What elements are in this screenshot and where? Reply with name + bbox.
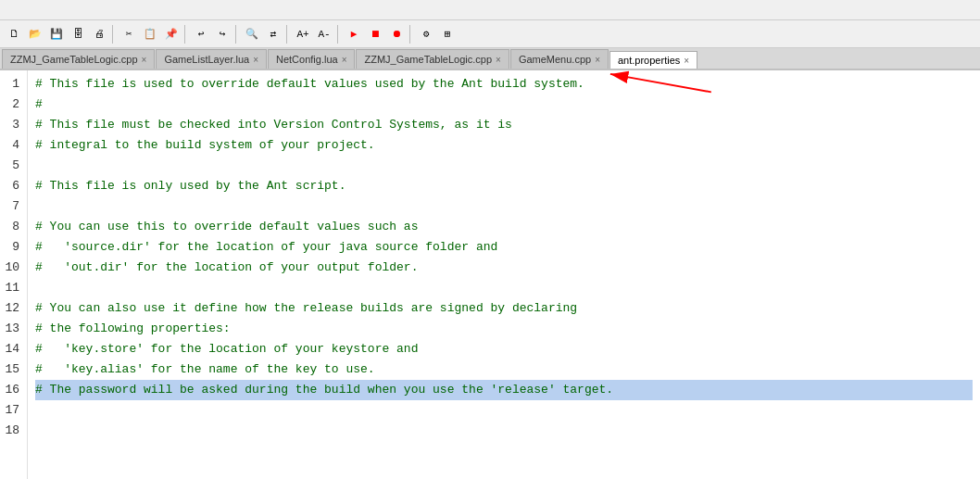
tab-zzmj-gametablelogic-cpp[interactable]: ZZMJ_GameTableLogic.cpp×	[356, 49, 509, 69]
code-line-5	[35, 156, 973, 176]
line-numbers: 123456789101112131415161718	[0, 70, 28, 479]
line-number-18: 18	[4, 421, 19, 441]
toolbar-replace-btn[interactable]: ⇄	[263, 24, 283, 44]
menu-language[interactable]	[59, 8, 70, 12]
menu-help[interactable]	[126, 8, 137, 12]
line-number-6: 6	[4, 176, 19, 196]
menu-edit[interactable]	[15, 8, 26, 12]
code-line-15: # 'key.alias' for the name of the key to…	[35, 359, 973, 380]
menu-view[interactable]	[37, 8, 48, 12]
menu-macro[interactable]	[82, 8, 93, 12]
toolbar-sep-6	[409, 25, 413, 44]
code-line-9: # 'source.dir' for the location of your …	[35, 237, 973, 258]
code-line-16: # The password will be asked during the …	[35, 380, 973, 400]
line-number-16: 16	[4, 380, 19, 400]
line-number-5: 5	[4, 156, 19, 176]
toolbar-sep-5	[337, 25, 341, 44]
toolbar-cut-btn[interactable]: ✂	[119, 24, 139, 44]
line-number-14: 14	[4, 339, 19, 359]
code-line-13: # the following properties:	[35, 319, 973, 339]
line-number-7: 7	[4, 196, 19, 217]
code-line-1: # This file is used to override default …	[35, 74, 973, 95]
menubar	[0, 0, 980, 20]
menu-run[interactable]	[93, 8, 104, 12]
code-line-3: # This file must be checked into Version…	[35, 115, 973, 135]
toolbar-sep-2	[184, 25, 188, 44]
menu-search[interactable]	[26, 8, 37, 12]
toolbar-sep-3	[235, 25, 239, 44]
tab-close-icon[interactable]: ×	[253, 55, 258, 65]
tab-close-icon[interactable]: ×	[142, 55, 147, 65]
tab-netconfig-lua[interactable]: NetConfig.lua×	[268, 49, 356, 69]
line-number-13: 13	[4, 319, 19, 339]
tab-close-icon[interactable]: ×	[595, 55, 600, 65]
code-line-4: # integral to the build system of your p…	[35, 135, 973, 156]
toolbar-copy-btn[interactable]: 📋	[140, 24, 160, 44]
line-number-10: 10	[4, 258, 19, 278]
tab-close-icon[interactable]: ×	[496, 55, 501, 65]
toolbar-save-btn[interactable]: 💾	[46, 24, 67, 44]
line-number-1: 1	[4, 74, 19, 95]
editor-container: 123456789101112131415161718 # This file …	[0, 70, 980, 479]
tab-zzmj-gametablelogic-cpp[interactable]: ZZMJ_GameTableLogic.cpp×	[2, 49, 155, 69]
toolbar-open-btn[interactable]: 📂	[25, 24, 45, 44]
line-number-12: 12	[4, 298, 19, 319]
code-line-14: # 'key.store' for the location of your k…	[35, 339, 973, 359]
menu-window[interactable]	[115, 8, 126, 12]
code-line-7	[35, 196, 973, 217]
toolbar-extra1-btn[interactable]: ⚙	[416, 24, 436, 44]
toolbar-find-btn[interactable]: 🔍	[242, 24, 262, 44]
line-number-9: 9	[4, 237, 19, 258]
code-area[interactable]: # This file is used to override default …	[28, 70, 980, 479]
toolbar-stop-btn[interactable]: ⏹	[365, 24, 385, 44]
toolbar-undo-btn[interactable]: ↩	[191, 24, 211, 44]
code-line-12: # You can also use it define how the rel…	[35, 298, 973, 319]
code-line-11	[35, 278, 973, 298]
toolbar-saveall-btn[interactable]: 🗄	[68, 24, 88, 44]
menu-file[interactable]	[4, 8, 15, 12]
toolbar-record-btn[interactable]: ⏺	[386, 24, 407, 44]
tabs-bar: ZZMJ_GameTableLogic.cpp×GameListLayer.lu…	[0, 48, 980, 70]
code-line-8: # You can use this to override default v…	[35, 217, 973, 237]
code-line-2: #	[35, 95, 973, 115]
tab-close-icon[interactable]: ×	[342, 55, 347, 65]
toolbar-sep-1	[112, 25, 116, 44]
line-number-2: 2	[4, 95, 19, 115]
code-line-17	[35, 400, 973, 421]
toolbar-zoomin-btn[interactable]: A+	[293, 24, 313, 44]
menu-plugins[interactable]	[104, 8, 115, 12]
line-number-3: 3	[4, 115, 19, 135]
line-number-17: 17	[4, 400, 19, 421]
line-number-4: 4	[4, 135, 19, 156]
line-number-11: 11	[4, 278, 19, 298]
tab-gamelistlayer-lua[interactable]: GameListLayer.lua×	[156, 49, 267, 69]
toolbar-run-btn[interactable]: ▶	[344, 24, 364, 44]
toolbar-redo-btn[interactable]: ↪	[212, 24, 232, 44]
tab-gamemenu-cpp[interactable]: GameMenu.cpp×	[510, 49, 609, 69]
tab-close-icon[interactable]: ×	[684, 56, 689, 66]
toolbar-sep-4	[286, 25, 290, 44]
code-line-10: # 'out.dir' for the location of your out…	[35, 258, 973, 278]
menu-settings[interactable]	[70, 8, 82, 12]
toolbar-new-btn[interactable]: 🗋	[4, 24, 24, 44]
toolbar-print-btn[interactable]: 🖨	[89, 24, 109, 44]
line-number-8: 8	[4, 217, 19, 237]
toolbar-paste-btn[interactable]: 📌	[161, 24, 182, 44]
code-line-6: # This file is only used by the Ant scri…	[35, 176, 973, 196]
tab-ant-properties[interactable]: ant.properties×	[609, 51, 697, 70]
toolbar: 🗋 📂 💾 🗄 🖨 ✂ 📋 📌 ↩ ↪ 🔍 ⇄ A+ A- ▶ ⏹ ⏺ ⚙ ⊞	[0, 20, 980, 48]
code-line-18	[35, 421, 973, 441]
toolbar-extra2-btn[interactable]: ⊞	[437, 24, 458, 44]
menu-format[interactable]	[48, 8, 59, 12]
line-number-15: 15	[4, 359, 19, 380]
toolbar-zoomout-btn[interactable]: A-	[314, 24, 334, 44]
